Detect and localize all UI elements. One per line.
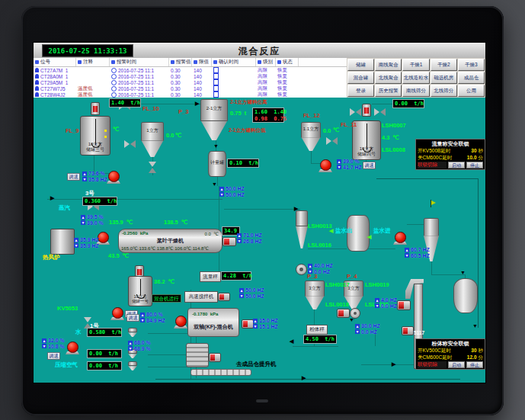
powder-vessel-1[interactable]: 3立方 — [305, 281, 325, 309]
stop-button[interactable]: 停止 — [466, 162, 483, 168]
updown-arrows[interactable]: ▲▼ — [128, 341, 133, 351]
valve-icon[interactable] — [350, 108, 361, 116]
alarm-col-time[interactable]: 报警时间 — [110, 58, 169, 66]
alarm-col-ack[interactable]: 确认时间 — [212, 58, 256, 66]
level-dot — [104, 136, 107, 138]
nav-tanks[interactable]: 储罐 — [347, 59, 374, 71]
alarm-note: 温度低 — [76, 85, 110, 91]
stop-button[interactable]: 停止 — [466, 361, 483, 368]
speed-button[interactable]: 调速 — [67, 173, 80, 181]
updown-arrows[interactable]: ▲▼ — [237, 233, 242, 243]
alarm-row[interactable]: CT29A5M_1 2016-07-25 11:1 0.30 140 高限 恢复 — [34, 79, 347, 85]
pump-icon[interactable] — [108, 171, 120, 182]
updown-arrows[interactable]: ▲▼ — [355, 324, 360, 334]
updown-arrows[interactable]: ▲▼ — [219, 187, 224, 197]
updown-arrows[interactable]: ▲▼ — [42, 338, 46, 348]
nav-magnet-room[interactable]: 磁选机房 — [431, 72, 457, 84]
alarm-limit: 140 — [192, 79, 212, 85]
agitator-motor[interactable] — [91, 102, 100, 115]
rotary-drum[interactable] — [186, 343, 209, 367]
alarm-col-level[interactable]: 级别 — [256, 58, 276, 66]
hopper-2-1m3[interactable]: 2-1立方 — [200, 99, 228, 140]
speed-button[interactable]: 调速 — [363, 162, 376, 169]
nav-history-alarm[interactable]: 历史报警 — [375, 85, 402, 97]
freq-display: ▲▼ 50.0 HZ50.0 HZ — [219, 186, 245, 197]
cyclone-separator[interactable] — [296, 210, 308, 248]
pump-icon[interactable] — [112, 307, 123, 319]
alarm-state: 恢复 — [276, 85, 299, 91]
alarm-row[interactable]: CT27A7M_1 2016-07-25 11:1 0.30 140 高限 恢复 — [34, 67, 347, 73]
motor-icon[interactable] — [402, 326, 414, 335]
twin-shaft-mixer[interactable]: -0.1780 kPa 双轴(KF)-混合机 — [187, 308, 239, 337]
nav-utility[interactable]: 公用 — [458, 85, 485, 97]
hopper-1m3[interactable]: 1立方 — [141, 122, 164, 157]
updown-arrows[interactable]: ▲▼ — [253, 319, 258, 329]
ack-checkbox[interactable] — [213, 79, 219, 85]
nav-dryer-3[interactable]: 干燥3 — [458, 59, 485, 71]
nav-login[interactable]: 登录 — [347, 85, 374, 97]
updown-arrows[interactable]: ▲▼ — [82, 172, 87, 181]
pump-icon[interactable] — [175, 316, 187, 327]
agitator-motor[interactable] — [362, 104, 371, 117]
nav-product-silo[interactable]: 成品仓 — [458, 72, 485, 84]
high-speed-mixer[interactable]: 高速搅拌机 — [184, 291, 218, 303]
speed-button[interactable]: 调速 — [126, 314, 139, 322]
metering-tank[interactable]: 计量罐 — [208, 151, 226, 177]
updown-arrows[interactable]: ▲▼ — [74, 238, 78, 248]
ack-checkbox[interactable] — [213, 85, 219, 91]
updown-arrows[interactable]: ▲▼ — [140, 313, 145, 322]
nav-north-granulation[interactable]: 北线造粒水 — [402, 72, 429, 84]
nav-dryer-1[interactable]: 干燥1 — [402, 59, 429, 71]
updown-arrows[interactable]: ▲▼ — [405, 248, 409, 258]
motor-icon[interactable] — [397, 300, 411, 310]
alarm-tag: CT27A7M_1 — [40, 68, 69, 73]
updown-arrows[interactable]: ▲▼ — [337, 159, 341, 169]
nav-mix-tank[interactable]: 混合罐 — [347, 72, 374, 84]
motor-icon[interactable] — [222, 237, 236, 246]
hopper-1-1m3[interactable]: 1.1立方 — [301, 122, 321, 151]
motor-icon[interactable] — [209, 353, 221, 362]
mixer-name: 双轴(KF)-混合机 — [188, 323, 238, 331]
nav-south-sieve[interactable]: 南线筛分 — [402, 85, 429, 97]
ack-checkbox[interactable] — [213, 67, 219, 73]
nav-north-sieve[interactable]: 北线筛分 — [431, 85, 457, 97]
alarm-row[interactable]: CT28A0M_1 2016-07-25 11:1 0.30 140 高限 恢复 — [34, 73, 347, 79]
alarm-row[interactable]: CT27W7J5 温度低 2016-07-25 11:1 0.30 140 高限… — [34, 85, 347, 91]
valve-icon[interactable] — [149, 162, 156, 173]
hot-air-furnace[interactable] — [50, 229, 75, 255]
updown-arrows[interactable]: ▲▼ — [239, 288, 244, 298]
ack-checkbox[interactable] — [213, 91, 219, 98]
blower-icon[interactable] — [98, 232, 109, 243]
speed-button[interactable]: 调速 — [47, 352, 60, 360]
alarm-col-note[interactable]: 注释 — [76, 58, 110, 66]
paddle-dryer[interactable]: -0.2560 kPa 0.0 ℃ 桨叶干燥机 165.0℃ 133.6℃ 13… — [118, 229, 222, 253]
valve-icon[interactable] — [326, 137, 338, 145]
fan-icon[interactable] — [296, 264, 307, 275]
valve-icon[interactable] — [374, 108, 386, 116]
nav-north-poly[interactable]: 北线聚合 — [375, 72, 402, 84]
nav-dryer-2[interactable]: 干燥2 — [431, 59, 457, 71]
motor-icon[interactable] — [218, 293, 230, 301]
updown-arrows[interactable]: ▲▼ — [81, 215, 85, 225]
storage-tank-1[interactable]: 10立方储罐一号 — [128, 276, 152, 306]
pipe — [148, 333, 192, 334]
ack-checkbox[interactable] — [213, 73, 219, 79]
product-silo[interactable] — [453, 278, 478, 313]
pump-icon[interactable] — [395, 232, 406, 243]
alarm-col-state[interactable]: 状态 — [276, 58, 299, 66]
pump-icon[interactable] — [67, 341, 78, 353]
valve-icon[interactable] — [124, 140, 136, 148]
alarm-row[interactable]: CT28W4J2 温度低 2016-07-25 11:1 0.30 140 高限… — [34, 91, 347, 98]
alarm-col-value[interactable]: 报警值 — [169, 58, 192, 66]
alarm-col-limit[interactable]: 限值 — [192, 58, 212, 66]
updown-arrows[interactable]: ▲▼ — [375, 298, 379, 308]
pump-icon[interactable] — [320, 159, 331, 171]
updown-arrows[interactable]: ▲▼ — [308, 264, 312, 274]
motor-icon[interactable] — [337, 309, 350, 318]
nav-south-poly[interactable]: 南线聚合 — [375, 59, 402, 71]
start-button[interactable]: 启动 — [448, 162, 465, 168]
motor-icon[interactable] — [242, 319, 254, 329]
alarm-col-tag[interactable]: 位号 — [34, 58, 76, 66]
start-button[interactable]: 启动 — [448, 361, 465, 368]
col-label: 报警时间 — [117, 59, 136, 66]
